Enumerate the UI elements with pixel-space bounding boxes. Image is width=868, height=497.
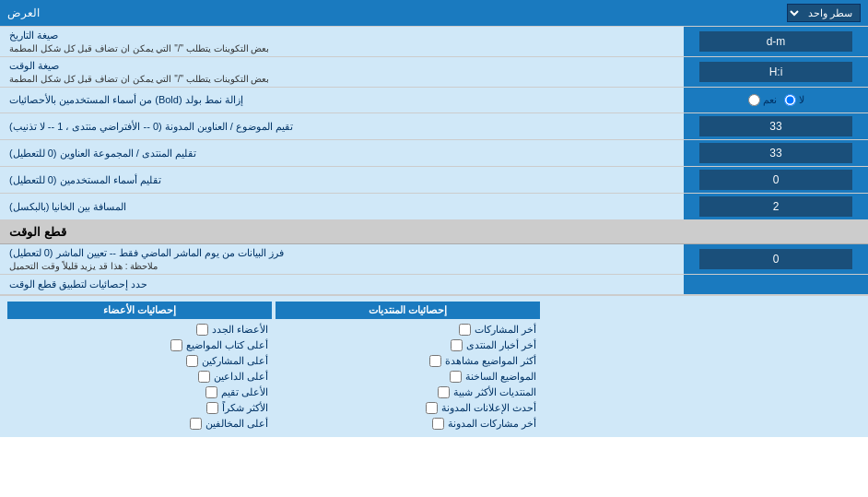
forum-sort-input[interactable] bbox=[699, 143, 852, 163]
stat-forum-7-label: أخر مشاركات المدونة bbox=[448, 418, 536, 430]
time-format-input-cell bbox=[684, 57, 868, 87]
stat-forum-7: أخر مشاركات المدونة bbox=[276, 416, 540, 432]
space-label: المسافة بين الخانيا (بالبكسل) bbox=[0, 194, 684, 219]
users-sort-row: تقليم أسماء المستخدمين (0 للتعطيل) bbox=[0, 167, 868, 194]
stat-member-7-label: أعلى المخالفين bbox=[205, 418, 268, 430]
radio-yes-text: نعم bbox=[763, 94, 777, 106]
space-row: المسافة بين الخانيا (بالبكسل) bbox=[0, 194, 868, 220]
stat-forum-6: أحدث الإعلانات المدونة bbox=[276, 400, 540, 416]
date-format-title: صيغة التاريخ bbox=[9, 30, 58, 41]
bottom-section: إحصائيات المنتديات أخر المشاركات أخر أخب… bbox=[0, 295, 868, 437]
stat-forum-5: المنتديات الأكثر شبية bbox=[276, 385, 540, 400]
date-format-sub: بعض التكوينات يتطلب "/" التي يمكن ان تضا… bbox=[9, 43, 269, 53]
topic-sort-title: تقيم الموضوع / العناوين المدونة (0 -- ال… bbox=[9, 121, 293, 133]
bold-remove-input-cell: لا نعم bbox=[684, 88, 868, 112]
stat-member-2: أعلى كتاب المواضيع bbox=[7, 337, 272, 353]
time-format-label: صيغة الوقت بعض التكوينات يتطلب "/" التي … bbox=[0, 57, 684, 87]
forum-sort-label: تقليم المنتدى / المجموعة العناوين (0 للت… bbox=[0, 140, 684, 166]
stats-member-col: إحصائيات الأعضاء الأعضاء الجدد أعلى كتاب… bbox=[7, 302, 272, 432]
stat-forum-5-label: المنتديات الأكثر شبية bbox=[453, 386, 536, 398]
stat-forum-1-check[interactable] bbox=[459, 324, 471, 336]
cut-time-note: ملاحظة : هذا قد يزيد قليلاً وقت التحميل bbox=[9, 261, 158, 271]
cut-time-label: فرز البيانات من يوم الماشر الماضي فقط --… bbox=[0, 244, 684, 274]
stat-member-3-label: أعلى المشاركين bbox=[202, 355, 268, 367]
time-format-title: صيغة الوقت bbox=[9, 60, 59, 72]
space-title: المسافة بين الخانيا (بالبكسل) bbox=[9, 201, 127, 213]
cut-time-row: فرز البيانات من يوم الماشر الماضي فقط --… bbox=[0, 244, 868, 275]
top-header: سطر واحدسطرينثلاثة أسطر العرض bbox=[0, 0, 868, 27]
stat-member-3: أعلى المشاركين bbox=[7, 353, 272, 369]
cuttime-label: قطع الوقت bbox=[9, 225, 66, 239]
topic-sort-label: تقيم الموضوع / العناوين المدونة (0 -- ال… bbox=[0, 113, 684, 139]
time-format-sub: بعض التكوينات يتطلب "/" التي يمكن ان تضا… bbox=[9, 74, 269, 84]
radio-no[interactable] bbox=[784, 94, 796, 106]
stat-member-4: أعلى الداعين bbox=[7, 369, 272, 385]
stat-member-7-check[interactable] bbox=[190, 418, 202, 430]
stat-forum-7-check[interactable] bbox=[432, 418, 444, 430]
space-input[interactable] bbox=[699, 196, 852, 217]
stat-forum-4: المواضيع الساخنة bbox=[276, 369, 540, 385]
bold-remove-title: إزالة نمط بولد (Bold) من أسماء المستخدمي… bbox=[9, 94, 243, 106]
radio-yes[interactable] bbox=[748, 94, 760, 106]
header-title: العرض bbox=[7, 6, 40, 19]
users-sort-input[interactable] bbox=[699, 170, 852, 190]
stat-forum-3-label: أكثر المواضيع مشاهدة bbox=[445, 355, 536, 367]
cut-time-input[interactable] bbox=[699, 249, 852, 269]
cuttime-section-header: قطع الوقت bbox=[0, 220, 868, 244]
users-sort-label: تقليم أسماء المستخدمين (0 للتعطيل) bbox=[0, 167, 684, 193]
stat-member-6-check[interactable] bbox=[206, 402, 218, 414]
stats-forum-col-label: إحصائيات المنتديات bbox=[276, 302, 540, 319]
stat-forum-6-label: أحدث الإعلانات المدونة bbox=[441, 402, 536, 414]
stat-member-3-check[interactable] bbox=[186, 355, 198, 367]
time-format-input[interactable] bbox=[699, 62, 852, 82]
radio-no-label[interactable]: لا bbox=[784, 94, 804, 106]
cut-time-title: فرز البيانات من يوم الماشر الماضي فقط --… bbox=[9, 247, 284, 259]
forum-sort-input-cell bbox=[684, 140, 868, 166]
cut-time-input-cell bbox=[684, 244, 868, 274]
date-format-row: صيغة التاريخ بعض التكوينات يتطلب "/" الت… bbox=[0, 27, 868, 57]
bottom-right-empty bbox=[544, 302, 861, 432]
stat-forum-2: أخر أخبار المنتدى bbox=[276, 337, 540, 353]
bold-radio-group: لا نعم bbox=[748, 94, 804, 106]
stats-apply-row: حدد إحصائيات لتطبيق قطع الوقت bbox=[0, 275, 868, 295]
display-dropdown[interactable]: سطر واحدسطرينثلاثة أسطر bbox=[787, 4, 861, 22]
stat-member-6-label: الأكثر شكراً bbox=[222, 402, 268, 414]
stats-apply-right: حدد إحصائيات لتطبيق قطع الوقت bbox=[0, 275, 684, 294]
stat-member-5: الأعلى تقيم bbox=[7, 385, 272, 400]
date-format-label: صيغة التاريخ بعض التكوينات يتطلب "/" الت… bbox=[0, 27, 684, 56]
stat-forum-3: أكثر المواضيع مشاهدة bbox=[276, 353, 540, 369]
time-format-row: صيغة الوقت بعض التكوينات يتطلب "/" التي … bbox=[0, 57, 868, 88]
stat-member-4-check[interactable] bbox=[198, 371, 210, 383]
topic-sort-row: تقيم الموضوع / العناوين المدونة (0 -- ال… bbox=[0, 113, 868, 140]
users-sort-title: تقليم أسماء المستخدمين (0 للتعطيل) bbox=[9, 174, 161, 186]
bottom-grid: إحصائيات المنتديات أخر المشاركات أخر أخب… bbox=[7, 302, 861, 432]
stat-member-2-check[interactable] bbox=[170, 339, 182, 351]
stat-forum-6-check[interactable] bbox=[426, 402, 438, 414]
bold-remove-label: إزالة نمط بولد (Bold) من أسماء المستخدمي… bbox=[0, 88, 684, 112]
forum-sort-row: تقليم المنتدى / المجموعة العناوين (0 للت… bbox=[0, 140, 868, 167]
date-format-input-cell bbox=[684, 27, 868, 56]
stats-member-col-label: إحصائيات الأعضاء bbox=[7, 302, 272, 319]
space-input-cell bbox=[684, 194, 868, 219]
radio-yes-label[interactable]: نعم bbox=[748, 94, 777, 106]
stat-member-5-label: الأعلى تقيم bbox=[221, 386, 268, 398]
stat-member-7: أعلى المخالفين bbox=[7, 416, 272, 432]
stat-forum-5-check[interactable] bbox=[438, 386, 450, 398]
stat-forum-2-label: أخر أخبار المنتدى bbox=[466, 339, 536, 351]
stat-forum-2-check[interactable] bbox=[451, 339, 463, 351]
stat-member-5-check[interactable] bbox=[205, 386, 217, 398]
date-format-input[interactable] bbox=[699, 31, 852, 52]
stats-forum-col: إحصائيات المنتديات أخر المشاركات أخر أخب… bbox=[276, 302, 540, 432]
stat-member-6: الأكثر شكراً bbox=[7, 400, 272, 416]
stats-apply-left bbox=[684, 275, 868, 294]
stat-forum-3-check[interactable] bbox=[429, 355, 441, 367]
stat-member-1-check[interactable] bbox=[196, 324, 208, 336]
topic-sort-input-cell bbox=[684, 113, 868, 139]
topic-sort-input[interactable] bbox=[699, 116, 852, 136]
bold-remove-row: لا نعم إزالة نمط بولد (Bold) من أسماء ال… bbox=[0, 88, 868, 113]
users-sort-input-cell bbox=[684, 167, 868, 193]
stat-forum-4-label: المواضيع الساخنة bbox=[465, 371, 536, 383]
stat-forum-4-check[interactable] bbox=[450, 371, 462, 383]
stat-member-4-label: أعلى الداعين bbox=[214, 371, 268, 383]
stat-forum-1-label: أخر المشاركات bbox=[475, 324, 536, 336]
